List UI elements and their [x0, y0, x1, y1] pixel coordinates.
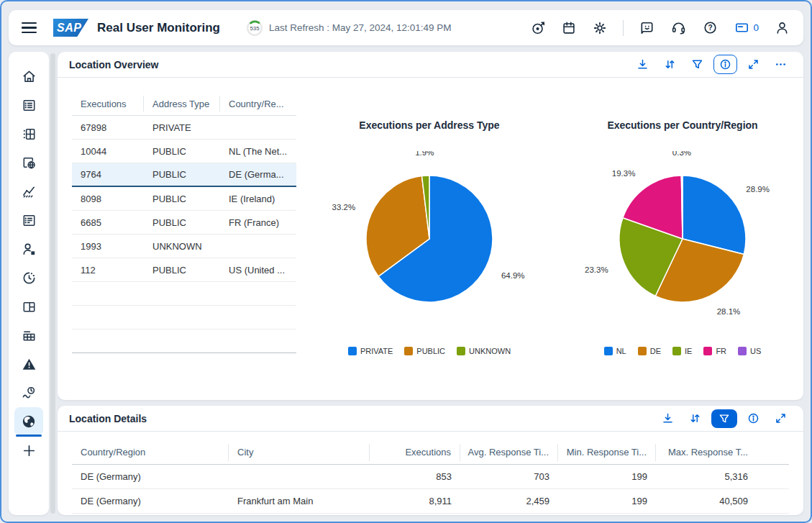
filter-icon[interactable] — [686, 55, 708, 73]
legend-label: UNKNOWN — [469, 347, 511, 355]
legend-item-NL[interactable]: NL — [604, 347, 626, 355]
table-row[interactable]: 1993UNKNOWN — [72, 235, 296, 258]
panel-title: Location Overview — [69, 59, 158, 71]
info-icon[interactable] — [742, 409, 765, 427]
empty-table-row — [72, 329, 296, 353]
column-header[interactable]: City — [229, 444, 370, 461]
column-header[interactable]: Country/Re... — [220, 96, 295, 112]
table-cell: PUBLIC — [144, 169, 220, 180]
legend-label: US — [750, 347, 761, 355]
table-cell: IE (Ireland) — [220, 194, 295, 204]
overview-table: ExecutionsAddress TypeCountry/Re...67898… — [72, 92, 296, 355]
table-cell: 1993 — [72, 241, 144, 252]
table-row[interactable]: 6685PUBLICFR (France) — [72, 211, 296, 235]
user-box-icon — [21, 241, 37, 258]
column-header[interactable]: Country/Region — [72, 444, 229, 461]
sidebar-item-home[interactable] — [14, 62, 43, 91]
legend-label: IE — [685, 347, 692, 355]
pie-chart-address-type: Executions per Address Type64.9%33.2%1.9… — [309, 92, 549, 355]
table-row[interactable]: DE (Germany)8537031995,316 — [72, 465, 789, 489]
sidebar-item-time-series[interactable] — [14, 378, 43, 407]
table-cell: PUBLIC — [144, 265, 220, 276]
column-header[interactable]: Max. Response T... — [656, 444, 757, 461]
headset-icon[interactable] — [670, 19, 687, 36]
sidebar-item-trend-chart[interactable] — [14, 177, 43, 206]
main-content: Location Overview — [58, 52, 803, 515]
menu-icon[interactable] — [22, 19, 40, 37]
download-icon[interactable] — [657, 409, 679, 427]
time-pie-icon — [21, 270, 37, 286]
sidebar-item-report-list[interactable] — [14, 91, 43, 119]
sidebar-scrollbar[interactable] — [50, 53, 55, 514]
column-header[interactable]: Executions — [72, 96, 144, 112]
target-icon[interactable] — [530, 20, 546, 36]
sort-icon[interactable] — [684, 409, 706, 427]
table-cell: 9764 — [72, 169, 144, 180]
chart-title: Executions per Address Type — [359, 118, 499, 132]
table-row[interactable]: 8098PUBLICIE (Ireland) — [72, 187, 296, 211]
overflow-icon[interactable] — [770, 55, 792, 73]
legend-item-PRIVATE[interactable]: PRIVATE — [348, 347, 393, 355]
table-row[interactable]: 67898PRIVATE — [72, 116, 296, 140]
table-cell: 5,316 — [656, 471, 757, 482]
table-cell: DE (Germany) — [72, 471, 229, 482]
expand-icon[interactable] — [742, 55, 765, 73]
last-refresh-text: Last Refresh : May 27, 2024, 12:01:49 PM — [269, 22, 452, 33]
pie-value-label: 33.2% — [332, 203, 356, 212]
table-cell: FR (France) — [220, 217, 295, 228]
calendar-icon[interactable] — [561, 20, 577, 36]
pie-value-label: 64.9% — [501, 271, 525, 280]
legend-item-UNKNOWN[interactable]: UNKNOWN — [457, 347, 511, 355]
legend-item-PUBLIC[interactable]: PUBLIC — [404, 347, 445, 355]
legend-item-FR[interactable]: FR — [703, 347, 726, 355]
column-header[interactable]: Executions — [370, 444, 460, 461]
legend-swatch — [457, 347, 465, 355]
settings-gear-icon[interactable] — [592, 20, 608, 36]
sidebar-item-locations[interactable] — [14, 407, 43, 436]
help-icon[interactable]: ? — [702, 19, 719, 36]
filter-icon-active[interactable] — [711, 409, 737, 428]
legend-item-US[interactable]: US — [738, 347, 761, 355]
sidebar-item-user-box[interactable] — [14, 235, 43, 263]
download-icon[interactable] — [631, 55, 654, 73]
chart-legend: NLDEIEFRUS — [604, 347, 762, 355]
legend-swatch — [348, 347, 357, 355]
notifications-banner-icon[interactable]: 0 — [734, 19, 759, 36]
panel-title: Location Details — [69, 413, 147, 424]
table-cell: 703 — [460, 471, 558, 482]
sidebar-item-layout-columns[interactable] — [14, 292, 43, 321]
sidebar-item-list-rows[interactable] — [14, 206, 43, 235]
table-row[interactable]: DE (Germany)Frankfurt am Main8,9112,4591… — [72, 489, 789, 514]
sidebar-item-table-grid[interactable] — [14, 119, 43, 148]
table-row[interactable]: 10044PUBLICNL (The Net... — [72, 140, 296, 163]
sidebar-item-table-header[interactable] — [14, 321, 43, 350]
column-header[interactable]: Address Type — [144, 96, 220, 112]
feedback-chat-icon[interactable] — [639, 19, 655, 36]
expand-icon[interactable] — [770, 409, 792, 427]
legend-item-IE[interactable]: IE — [672, 347, 692, 355]
sort-icon[interactable] — [659, 55, 681, 73]
legend-label: NL — [616, 347, 626, 355]
sidebar-item-web-page[interactable] — [14, 148, 43, 177]
legend-swatch — [404, 347, 413, 355]
web-page-icon — [21, 155, 37, 171]
sidebar-item-time-pie[interactable] — [14, 263, 43, 292]
table-cell: 199 — [558, 471, 656, 482]
legend-label: PUBLIC — [416, 347, 445, 355]
pie-value-label: 28.9% — [746, 185, 770, 194]
legend-swatch — [604, 347, 613, 355]
sidebar-item-add[interactable] — [14, 436, 43, 465]
info-icon[interactable] — [713, 55, 737, 74]
legend-label: FR — [716, 347, 726, 355]
column-header[interactable]: Avg. Response Ti... — [460, 444, 558, 461]
legend-item-DE[interactable]: DE — [638, 347, 661, 355]
sidebar-item-alerts[interactable] — [14, 350, 43, 378]
table-row[interactable]: 112PUBLICUS (United ... — [72, 258, 296, 282]
column-header[interactable]: Min. Response Ti... — [558, 444, 656, 461]
user-icon[interactable] — [774, 19, 790, 36]
empty-table-row — [72, 282, 296, 306]
table-grid-icon — [21, 126, 37, 142]
legend-label: PRIVATE — [360, 347, 393, 355]
table-row[interactable]: 9764PUBLICDE (Germa... — [72, 163, 296, 187]
refresh-countdown-badge[interactable]: 535 — [246, 19, 263, 37]
